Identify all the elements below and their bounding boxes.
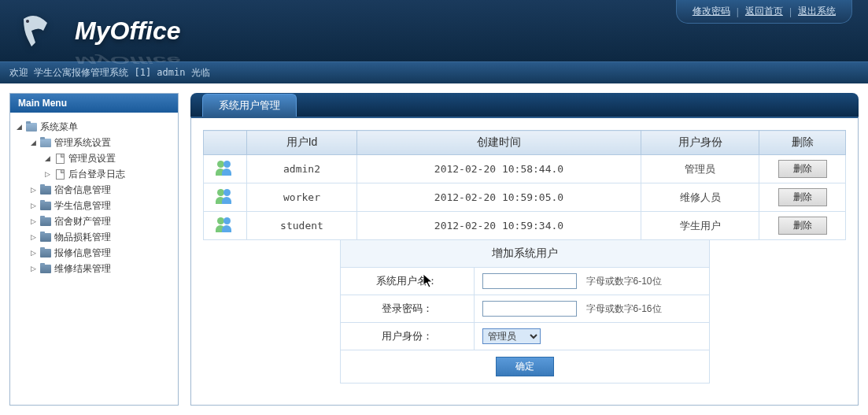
users-icon bbox=[216, 160, 235, 176]
sidebar: Main Menu ◢系统菜单◢管理系统设置◢管理员设置▷后台登录日志▷宿舍信息… bbox=[9, 93, 179, 406]
form-row-password: 登录密码： 字母或数字6-16位 bbox=[341, 295, 709, 323]
tree-node[interactable]: ▷宿舍财产管理 bbox=[14, 213, 174, 229]
tree-label: 管理员设置 bbox=[68, 152, 116, 165]
logo-area: MyOffice bbox=[0, 7, 181, 54]
delete-button[interactable]: 删除 bbox=[778, 217, 827, 235]
tree-label: 学生信息管理 bbox=[54, 199, 111, 213]
cell-created: 2012-02-20 10:58:44.0 bbox=[357, 155, 641, 183]
tree-item-icon bbox=[39, 184, 52, 195]
tree-item-icon bbox=[39, 263, 52, 274]
table-row: admin2 2012-02-20 10:58:44.0 管理员 删除 bbox=[204, 155, 846, 183]
panel-title: 系统用户管理 bbox=[202, 94, 297, 117]
delete-button[interactable]: 删除 bbox=[778, 188, 827, 206]
tree-node[interactable]: ◢系统菜单 bbox=[14, 119, 174, 135]
cell-icon bbox=[204, 212, 247, 240]
password-input[interactable] bbox=[482, 301, 577, 317]
tree-label: 维修结果管理 bbox=[54, 262, 111, 276]
tree-toggle-icon[interactable]: ▷ bbox=[28, 248, 38, 258]
cell-created: 2012-02-20 10:59:05.0 bbox=[357, 183, 641, 212]
tree-toggle-icon[interactable]: ◢ bbox=[14, 122, 24, 132]
tree-item-icon bbox=[54, 169, 66, 180]
tree-toggle-icon[interactable]: ▷ bbox=[42, 169, 52, 179]
cell-delete: 删除 bbox=[759, 155, 846, 183]
username-label: 系统用户名： bbox=[341, 268, 475, 295]
main-area: Main Menu ◢系统菜单◢管理系统设置◢管理员设置▷后台登录日志▷宿舍信息… bbox=[0, 83, 868, 415]
separator: | bbox=[789, 6, 792, 17]
tree-item-icon bbox=[39, 200, 52, 211]
tree-toggle-icon[interactable]: ▷ bbox=[28, 201, 38, 210]
role-select[interactable]: 管理员维修人员学生用户 bbox=[482, 328, 541, 344]
separator: | bbox=[737, 6, 739, 17]
col-userid: 用户Id bbox=[247, 131, 357, 155]
form-row-role: 用户身份： 管理员维修人员学生用户 bbox=[341, 323, 709, 350]
tree-toggle-icon[interactable]: ▷ bbox=[28, 264, 38, 273]
tree-toggle-icon[interactable]: ◢ bbox=[42, 154, 52, 163]
tree-node[interactable]: ▷学生信息管理 bbox=[14, 198, 174, 213]
tree-item-icon bbox=[25, 121, 38, 132]
tree-node[interactable]: ▷维修结果管理 bbox=[14, 261, 174, 276]
cell-icon bbox=[204, 183, 247, 212]
tree-node[interactable]: ◢管理系统设置 bbox=[14, 135, 174, 150]
brand-title: MyOffice bbox=[75, 17, 181, 46]
cell-role: 维修人员 bbox=[641, 183, 759, 212]
col-icon bbox=[204, 131, 247, 155]
add-user-form: 增加系统用户 系统用户名： 字母或数字6-10位 登录密码： 字母或数字6-16… bbox=[340, 240, 710, 384]
panel-header: 系统用户管理 bbox=[190, 93, 859, 117]
form-row-username: 系统用户名： 字母或数字6-10位 bbox=[341, 268, 709, 295]
tree-node[interactable]: ▷报修信息管理 bbox=[14, 245, 174, 261]
cell-icon bbox=[204, 155, 247, 183]
users-icon bbox=[216, 217, 235, 232]
form-submit-row: 确定 bbox=[341, 350, 709, 383]
tree-node[interactable]: ▷物品损耗管理 bbox=[14, 229, 174, 245]
link-logout[interactable]: 退出系统 bbox=[798, 5, 836, 18]
cell-delete: 删除 bbox=[759, 183, 846, 212]
app-header: MyOffice 修改密码 | 返回首页 | 退出系统 bbox=[0, 0, 868, 61]
form-title: 增加系统用户 bbox=[341, 240, 709, 268]
tree-toggle-icon[interactable]: ▷ bbox=[28, 217, 38, 226]
bird-logo-icon bbox=[16, 7, 63, 54]
tree-toggle-icon[interactable]: ◢ bbox=[28, 138, 38, 147]
tree-item-icon bbox=[39, 247, 52, 258]
tree-item-icon bbox=[54, 153, 66, 164]
cell-role: 学生用户 bbox=[641, 212, 759, 240]
cell-created: 2012-02-20 10:59:34.0 bbox=[357, 212, 641, 240]
sidebar-title: Main Menu bbox=[10, 94, 178, 113]
tree-node[interactable]: ▷宿舍信息管理 bbox=[14, 182, 174, 198]
col-created: 创建时间 bbox=[357, 131, 641, 155]
username-input[interactable] bbox=[482, 273, 577, 289]
cell-userid: student bbox=[247, 212, 357, 240]
username-hint: 字母或数字6-10位 bbox=[586, 275, 662, 288]
tree-label: 报修信息管理 bbox=[54, 246, 111, 260]
delete-button[interactable]: 删除 bbox=[778, 160, 827, 178]
tree-node[interactable]: ▷后台登录日志 bbox=[14, 166, 174, 182]
link-back-home[interactable]: 返回首页 bbox=[745, 5, 783, 18]
user-table: 用户Id 创建时间 用户身份 删除 admin2 2012-02-20 10:5… bbox=[203, 130, 846, 240]
nav-tree: ◢系统菜单◢管理系统设置◢管理员设置▷后台登录日志▷宿舍信息管理▷学生信息管理▷… bbox=[10, 113, 178, 283]
tree-item-icon bbox=[39, 216, 52, 227]
top-links: 修改密码 | 返回首页 | 退出系统 bbox=[676, 0, 852, 24]
tree-toggle-icon[interactable]: ▷ bbox=[28, 232, 38, 242]
tree-label: 物品损耗管理 bbox=[54, 231, 111, 244]
cell-role: 管理员 bbox=[641, 155, 759, 183]
users-icon bbox=[216, 188, 235, 204]
tree-label: 宿舍财产管理 bbox=[54, 215, 111, 228]
tree-label: 管理系统设置 bbox=[54, 136, 111, 150]
tree-item-icon bbox=[39, 137, 52, 148]
table-row: worker 2012-02-20 10:59:05.0 维修人员 删除 bbox=[204, 183, 846, 212]
cell-userid: worker bbox=[247, 183, 357, 212]
link-change-password[interactable]: 修改密码 bbox=[693, 5, 730, 18]
svg-point-0 bbox=[26, 20, 29, 23]
tree-node[interactable]: ◢管理员设置 bbox=[14, 150, 174, 166]
content-panel: 系统用户管理 用户Id 创建时间 用户身份 删除 admin2 2012-02-… bbox=[190, 93, 859, 406]
tree-toggle-icon[interactable]: ▷ bbox=[28, 185, 38, 195]
cell-delete: 删除 bbox=[759, 212, 846, 240]
submit-button[interactable]: 确定 bbox=[496, 357, 554, 376]
col-role: 用户身份 bbox=[641, 131, 759, 155]
password-hint: 字母或数字6-16位 bbox=[586, 302, 662, 316]
role-label: 用户身份： bbox=[341, 323, 475, 350]
tree-label: 后台登录日志 bbox=[68, 168, 125, 181]
tree-label: 宿舍信息管理 bbox=[54, 183, 111, 197]
panel-body: 用户Id 创建时间 用户身份 删除 admin2 2012-02-20 10:5… bbox=[190, 117, 859, 406]
cell-userid: admin2 bbox=[247, 155, 357, 183]
tree-label: 系统菜单 bbox=[40, 120, 78, 134]
